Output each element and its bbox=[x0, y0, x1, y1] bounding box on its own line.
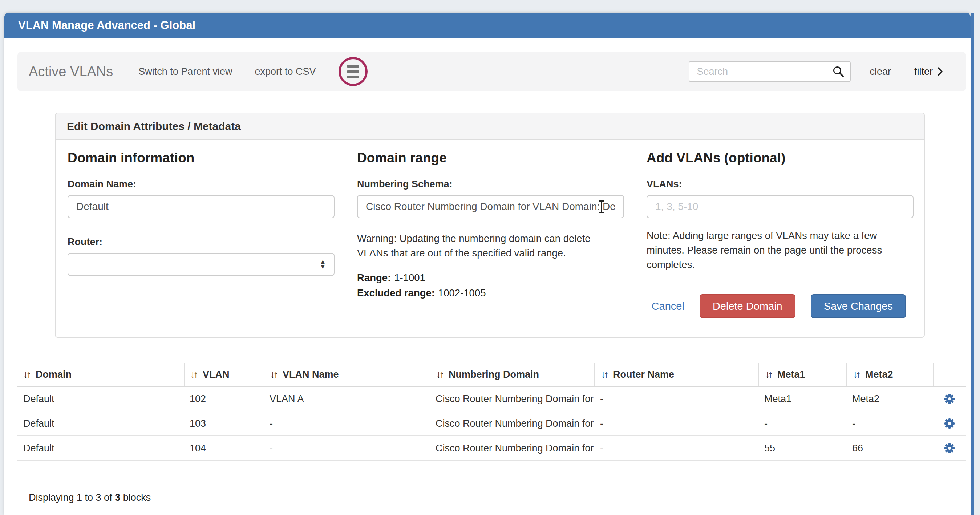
vlans-input[interactable] bbox=[647, 195, 913, 218]
sort-icon: ↓↑ bbox=[601, 369, 609, 380]
table-row: Default 103 - Cisco Router Numbering Dom… bbox=[18, 412, 966, 436]
hamburger-icon bbox=[347, 70, 359, 73]
search-group bbox=[689, 61, 851, 82]
cell-meta2: - bbox=[846, 412, 933, 436]
excluded-range-label: Excluded range: bbox=[357, 287, 435, 299]
cancel-link[interactable]: Cancel bbox=[652, 300, 684, 312]
vlan-manage-window: VLAN Manage Advanced - Global Active VLA… bbox=[4, 13, 970, 515]
column-header-domain[interactable]: ↓↑Domain bbox=[18, 363, 184, 386]
cell-meta2: Meta2 bbox=[846, 387, 933, 411]
excluded-range-value: 1002-1005 bbox=[438, 287, 486, 299]
table-row: Default 104 - Cisco Router Numbering Dom… bbox=[18, 436, 966, 461]
vlans-label: VLANs: bbox=[647, 179, 913, 190]
panel-actions: Cancel Delete Domain Save Changes bbox=[652, 294, 906, 318]
export-csv-link[interactable]: export to CSV bbox=[255, 66, 316, 77]
filter-label: filter bbox=[914, 66, 933, 77]
column-header-meta2[interactable]: ↓↑Meta2 bbox=[846, 363, 933, 386]
window-title: VLAN Manage Advanced - Global bbox=[18, 19, 196, 32]
column-header-label: Domain bbox=[36, 369, 72, 380]
add-vlans-heading: Add VLANs (optional) bbox=[647, 150, 913, 165]
cell-vlan: 103 bbox=[184, 412, 264, 436]
sort-icon: ↓↑ bbox=[270, 369, 278, 380]
switch-parent-view-link[interactable]: Switch to Parent view bbox=[138, 66, 232, 77]
range-value: 1-1001 bbox=[394, 272, 425, 283]
page-title: Active VLANs bbox=[29, 64, 113, 79]
hamburger-icon bbox=[347, 65, 359, 68]
column-header-label: Meta2 bbox=[865, 369, 893, 380]
search-button[interactable] bbox=[826, 61, 851, 82]
column-header-vlan-name[interactable]: ↓↑VLAN Name bbox=[264, 363, 430, 386]
add-vlans-note: Note: Adding large ranges of VLANs may t… bbox=[647, 229, 912, 272]
range-label: Range: bbox=[357, 272, 391, 283]
numbering-warning-text: Warning: Updating the numbering domain c… bbox=[357, 231, 623, 261]
save-changes-button[interactable]: Save Changes bbox=[811, 294, 906, 318]
edit-domain-panel: Edit Domain Attributes / Metadata Domain… bbox=[55, 113, 925, 338]
router-select[interactable]: ▲ ▼ bbox=[68, 253, 334, 276]
window-titlebar: VLAN Manage Advanced - Global bbox=[4, 13, 970, 38]
footer-prefix: Displaying 1 to 3 of bbox=[29, 492, 115, 503]
vlans-table: ↓↑Domain ↓↑VLAN ↓↑VLAN Name ↓↑Numbering … bbox=[18, 363, 966, 461]
cell-router-name: - bbox=[594, 412, 759, 436]
cell-vlan: 104 bbox=[184, 436, 264, 460]
cell-vlan-name: - bbox=[264, 436, 430, 460]
column-header-numbering-domain[interactable]: ↓↑Numbering Domain bbox=[430, 363, 594, 386]
cell-domain: Default bbox=[18, 387, 184, 411]
scrollbar[interactable] bbox=[970, 13, 974, 515]
cell-numbering-domain: Cisco Router Numbering Domain for … bbox=[430, 387, 594, 411]
menu-button[interactable] bbox=[339, 57, 368, 86]
column-header-label: Meta1 bbox=[777, 369, 805, 380]
column-header-actions bbox=[933, 363, 966, 386]
range-line: Range:1-1001 bbox=[357, 272, 624, 284]
cell-router-name: - bbox=[594, 436, 759, 460]
stepper-down-arrow: ▼ bbox=[320, 264, 326, 270]
domain-information-heading: Domain information bbox=[68, 150, 334, 165]
cell-meta1: Meta1 bbox=[759, 387, 846, 411]
panel-header: Edit Domain Attributes / Metadata bbox=[56, 113, 924, 140]
cell-meta1: - bbox=[759, 412, 846, 436]
footer-total-count: 3 bbox=[115, 492, 120, 503]
table-footer: Displaying 1 to 3 of 3 blocks bbox=[29, 492, 151, 503]
delete-domain-button[interactable]: Delete Domain bbox=[700, 294, 795, 318]
column-header-label: Router Name bbox=[613, 369, 674, 380]
column-header-label: Numbering Domain bbox=[449, 369, 539, 380]
search-input[interactable] bbox=[689, 61, 826, 82]
domain-name-input[interactable] bbox=[68, 195, 334, 218]
column-header-label: VLAN bbox=[203, 369, 229, 380]
clear-link[interactable]: clear bbox=[870, 66, 891, 77]
search-icon bbox=[832, 65, 845, 78]
row-settings-button[interactable] bbox=[944, 442, 955, 454]
sort-icon: ↓↑ bbox=[436, 369, 444, 380]
sort-icon: ↓↑ bbox=[853, 369, 861, 380]
text-cursor-icon bbox=[598, 200, 605, 213]
numbering-schema-input[interactable] bbox=[357, 195, 624, 218]
cell-vlan-name: VLAN A bbox=[264, 387, 430, 411]
cell-numbering-domain: Cisco Router Numbering Domain for … bbox=[430, 412, 594, 436]
chevron-right-icon bbox=[937, 67, 943, 76]
column-header-router-name[interactable]: ↓↑Router Name bbox=[594, 363, 759, 386]
numbering-schema-label: Numbering Schema: bbox=[357, 179, 624, 190]
gear-icon bbox=[944, 418, 955, 429]
column-header-vlan[interactable]: ↓↑VLAN bbox=[184, 363, 264, 386]
numbering-schema-field-wrap bbox=[357, 195, 624, 218]
panel-title: Edit Domain Attributes / Metadata bbox=[67, 120, 241, 133]
column-header-meta1[interactable]: ↓↑Meta1 bbox=[759, 363, 846, 386]
sort-icon: ↓↑ bbox=[765, 369, 773, 380]
filter-link[interactable]: filter bbox=[914, 66, 943, 77]
domain-name-label: Domain Name: bbox=[68, 179, 334, 190]
toolbar: Active VLANs Switch to Parent view expor… bbox=[18, 52, 966, 91]
cell-router-name: - bbox=[594, 387, 759, 411]
row-settings-button[interactable] bbox=[944, 393, 955, 405]
row-settings-button[interactable] bbox=[944, 418, 955, 429]
excluded-range-line: Excluded range:1002-1005 bbox=[357, 287, 624, 299]
router-label: Router: bbox=[68, 237, 334, 248]
gear-icon bbox=[944, 393, 955, 405]
table-row: Default 102 VLAN A Cisco Router Numberin… bbox=[18, 387, 966, 412]
cell-vlan-name: - bbox=[264, 412, 430, 436]
cell-domain: Default bbox=[18, 412, 184, 436]
sort-icon: ↓↑ bbox=[190, 369, 198, 380]
panel-body: Domain information Domain Name: Router: … bbox=[56, 140, 924, 337]
domain-information-section: Domain information Domain Name: Router: … bbox=[68, 149, 334, 337]
footer-suffix: blocks bbox=[120, 492, 151, 503]
cell-numbering-domain: Cisco Router Numbering Domain for … bbox=[430, 436, 594, 460]
column-header-label: VLAN Name bbox=[283, 369, 339, 380]
